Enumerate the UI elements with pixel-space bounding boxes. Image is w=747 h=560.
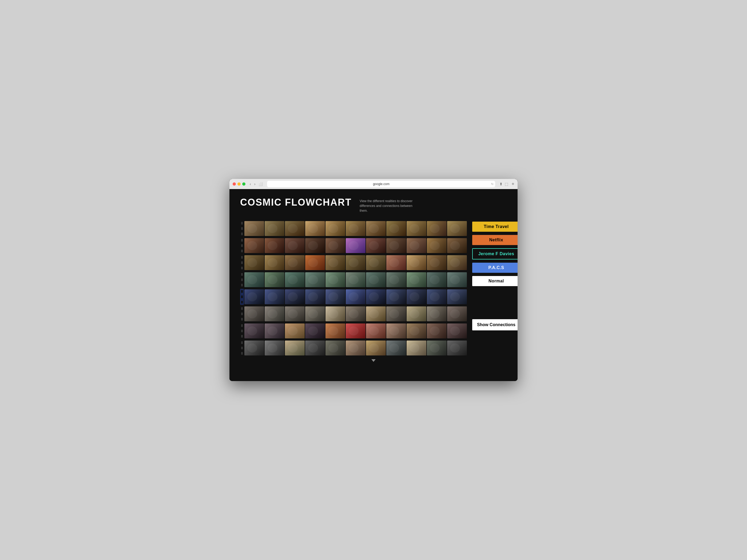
film-frame[interactable]: [305, 238, 325, 253]
film-frame[interactable]: [285, 306, 305, 321]
film-frame[interactable]: [244, 238, 264, 253]
film-frame[interactable]: [285, 289, 305, 304]
film-frame[interactable]: [447, 289, 467, 304]
film-frame[interactable]: [326, 272, 345, 287]
film-frame[interactable]: [427, 323, 446, 339]
film-frame[interactable]: [326, 289, 345, 304]
film-frame[interactable]: [366, 255, 386, 270]
film-frame[interactable]: [265, 306, 284, 321]
film-frame[interactable]: [265, 255, 284, 270]
film-frame[interactable]: [366, 289, 386, 304]
tag-pacs-button[interactable]: P.A.C.S: [472, 263, 518, 273]
share-button[interactable]: ⬆: [499, 182, 503, 186]
film-frame[interactable]: [386, 341, 406, 355]
film-frame[interactable]: [407, 289, 426, 304]
film-frame[interactable]: [244, 255, 264, 270]
film-frame[interactable]: [265, 272, 284, 287]
tag-netflix-button[interactable]: Netflix: [472, 235, 518, 245]
scroll-arrow[interactable]: [240, 359, 507, 362]
film-frame[interactable]: [346, 255, 365, 270]
address-bar[interactable]: google.com ↻: [267, 181, 495, 187]
film-frame[interactable]: [386, 255, 406, 270]
film-frame[interactable]: [285, 238, 305, 253]
film-frame[interactable]: [346, 289, 365, 304]
film-frame[interactable]: [244, 323, 264, 339]
film-frame[interactable]: [305, 221, 325, 236]
minimize-button[interactable]: [237, 182, 241, 186]
film-frame[interactable]: [244, 221, 264, 236]
film-frame[interactable]: [407, 323, 426, 339]
film-frame[interactable]: [346, 341, 365, 355]
back-button[interactable]: ‹: [249, 181, 252, 187]
film-frame[interactable]: [285, 272, 305, 287]
film-frame[interactable]: [346, 323, 365, 339]
tag-time-travel-button[interactable]: Time Travel: [472, 221, 518, 232]
film-frame[interactable]: [447, 272, 467, 287]
film-frame[interactable]: [407, 272, 426, 287]
refresh-icon[interactable]: ↻: [491, 182, 494, 186]
film-frame[interactable]: [346, 238, 365, 253]
film-frame[interactable]: [407, 255, 426, 270]
film-frame[interactable]: [265, 289, 284, 304]
film-frame[interactable]: [326, 255, 345, 270]
film-frame[interactable]: [427, 289, 446, 304]
film-frame[interactable]: [427, 306, 446, 321]
film-frame[interactable]: [305, 323, 325, 339]
film-frame[interactable]: [447, 238, 467, 253]
film-frame[interactable]: [447, 221, 467, 236]
film-frame[interactable]: [244, 341, 264, 355]
film-frame[interactable]: [407, 238, 426, 253]
reader-view-button[interactable]: ⬜: [259, 182, 263, 186]
film-frame[interactable]: [407, 306, 426, 321]
film-frame[interactable]: [244, 289, 264, 304]
film-frame[interactable]: [366, 323, 386, 339]
film-frame[interactable]: [366, 221, 386, 236]
film-frame[interactable]: [326, 306, 345, 321]
film-frame[interactable]: [305, 306, 325, 321]
film-frame[interactable]: [265, 323, 284, 339]
tabs-button[interactable]: ⬚: [505, 182, 508, 186]
film-frame[interactable]: [427, 341, 446, 355]
tag-normal-button[interactable]: Normal: [472, 276, 518, 286]
film-frame[interactable]: [447, 323, 467, 339]
film-frame[interactable]: [305, 289, 325, 304]
film-frame[interactable]: [427, 221, 446, 236]
film-frame[interactable]: [305, 255, 325, 270]
film-frame[interactable]: [366, 272, 386, 287]
film-frame[interactable]: [366, 238, 386, 253]
film-frame[interactable]: [285, 221, 305, 236]
film-frame[interactable]: [346, 272, 365, 287]
film-frame[interactable]: [407, 341, 426, 355]
close-button[interactable]: [233, 182, 236, 186]
film-frame[interactable]: [447, 255, 467, 270]
show-connections-button[interactable]: Show Connections: [472, 319, 518, 330]
forward-button[interactable]: ›: [253, 181, 257, 187]
film-frame[interactable]: [244, 272, 264, 287]
film-frame[interactable]: [326, 221, 345, 236]
new-tab-button[interactable]: +: [511, 181, 514, 187]
film-frame[interactable]: [326, 323, 345, 339]
maximize-button[interactable]: [242, 182, 246, 186]
film-frame[interactable]: [305, 341, 325, 355]
film-frame[interactable]: [447, 306, 467, 321]
film-frame[interactable]: [386, 289, 406, 304]
film-frame[interactable]: [427, 272, 446, 287]
film-frame[interactable]: [386, 306, 406, 321]
film-frame[interactable]: [386, 272, 406, 287]
film-frame[interactable]: [285, 255, 305, 270]
film-frame[interactable]: [407, 221, 426, 236]
film-frame[interactable]: [265, 221, 284, 236]
film-frame[interactable]: [285, 341, 305, 355]
tag-jerome-davies-button[interactable]: Jerome F Davies: [472, 248, 518, 260]
film-frame[interactable]: [427, 238, 446, 253]
film-frame[interactable]: [265, 238, 284, 253]
film-frame[interactable]: [285, 323, 305, 339]
film-frame[interactable]: [244, 306, 264, 321]
film-frame[interactable]: [447, 341, 467, 355]
film-frame[interactable]: [386, 323, 406, 339]
film-frame[interactable]: [386, 238, 406, 253]
film-frame[interactable]: [326, 238, 345, 253]
film-frame[interactable]: [386, 221, 406, 236]
film-frame[interactable]: [366, 341, 386, 355]
film-frame[interactable]: [326, 341, 345, 355]
